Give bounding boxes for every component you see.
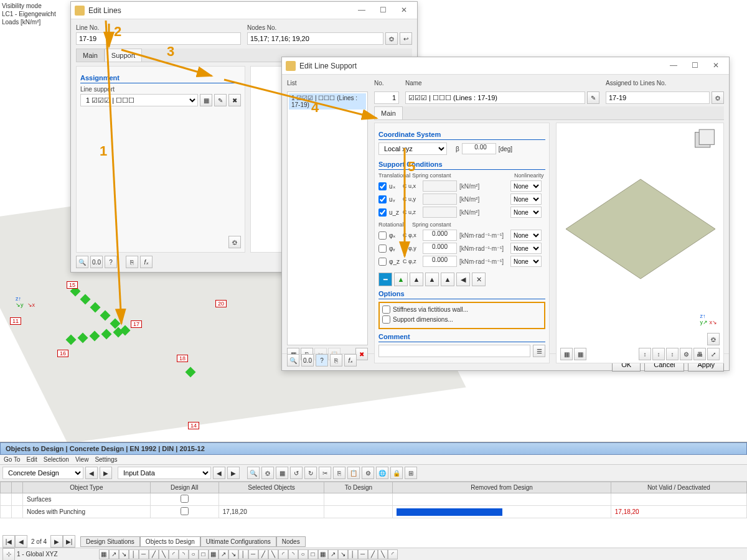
minimize-button[interactable]: — xyxy=(664,60,683,72)
spring-input[interactable]: 0.000 xyxy=(423,243,457,254)
tool-4[interactable]: ↺ xyxy=(290,467,303,479)
dof-check[interactable] xyxy=(378,182,387,190)
grid-tab[interactable]: Ultimate Configurations xyxy=(200,536,276,547)
tool-3[interactable]: ▦ xyxy=(276,467,288,479)
status-tool[interactable]: ─ xyxy=(139,549,149,559)
formula-icon[interactable]: fₓ xyxy=(344,354,357,366)
tool-7[interactable]: ⎘ xyxy=(333,467,345,479)
tab-support[interactable]: Support xyxy=(105,49,143,62)
status-tool[interactable]: ─ xyxy=(358,549,368,559)
status-tool[interactable]: ▦ xyxy=(318,549,328,559)
grid-tab[interactable]: Objects to Design xyxy=(140,536,200,547)
nav-next-icon[interactable]: ▶ xyxy=(100,467,112,479)
status-tool[interactable]: │ xyxy=(129,549,139,559)
dof-check[interactable] xyxy=(378,195,387,203)
status-tool[interactable]: ↗ xyxy=(218,549,228,559)
status-tool[interactable]: ↘ xyxy=(119,549,129,559)
pick-icon[interactable]: ⯐ xyxy=(712,91,724,104)
opt-fictitious-wall[interactable] xyxy=(382,306,390,314)
units-icon[interactable]: 0.0 xyxy=(301,354,314,366)
nonlinearity-select[interactable]: None xyxy=(510,230,542,241)
status-tool[interactable]: ╲ xyxy=(378,549,388,559)
status-tool[interactable]: ◝ xyxy=(288,549,298,559)
preset-6[interactable]: ◀ xyxy=(456,273,470,286)
view-btn-3[interactable]: ↕ xyxy=(639,348,651,360)
tool-1[interactable]: 🔍 xyxy=(247,467,260,479)
nav-next2-icon[interactable]: ▶ xyxy=(227,467,240,479)
delete-icon[interactable]: ✖ xyxy=(228,94,241,106)
tool-9[interactable]: ⚙ xyxy=(362,467,374,479)
tool-6[interactable]: ✂ xyxy=(319,467,331,479)
status-tool[interactable]: ↗ xyxy=(109,549,119,559)
status-tool[interactable]: ↗ xyxy=(328,549,338,559)
status-tool[interactable]: ◜ xyxy=(388,549,398,559)
status-tool[interactable]: ↘ xyxy=(228,549,238,559)
status-tool[interactable]: ╱ xyxy=(258,549,268,559)
status-tool[interactable]: │ xyxy=(348,549,358,559)
menu-go to[interactable]: Go To xyxy=(4,456,21,463)
comment-pick-icon[interactable]: ☰ xyxy=(533,345,545,357)
maximize-button[interactable]: ☐ xyxy=(374,4,392,17)
formula-icon[interactable]: fₓ xyxy=(140,256,153,268)
script-icon[interactable]: ⎘ xyxy=(126,256,138,268)
status-tool[interactable]: ╲ xyxy=(268,549,278,559)
coord-sys-icon[interactable]: ⊹ xyxy=(2,548,15,561)
nodes-no-input[interactable] xyxy=(247,32,383,45)
comment-input[interactable] xyxy=(378,345,530,357)
nav-prev-icon[interactable]: ◀ xyxy=(85,467,98,479)
close-button[interactable]: ✕ xyxy=(395,4,413,17)
status-tool[interactable]: ○ xyxy=(298,549,308,559)
spring-input[interactable]: 0.000 xyxy=(423,230,457,241)
delete-icon[interactable]: ✖ xyxy=(355,348,368,360)
status-tool[interactable]: ╱ xyxy=(368,549,378,559)
help-icon[interactable]: ? xyxy=(105,256,117,268)
nonlinearity-select[interactable]: None xyxy=(510,243,542,254)
status-tool[interactable]: ◜ xyxy=(169,549,179,559)
tool-2[interactable]: ⯐ xyxy=(261,467,274,479)
view-btn-8[interactable]: ⤢ xyxy=(707,348,720,360)
list-item[interactable]: 1 ☑☑☑ | ☐☐☐ (Lines : 17-19) xyxy=(289,93,366,110)
status-tool[interactable]: │ xyxy=(238,549,248,559)
status-tool[interactable]: ▦ xyxy=(209,549,218,559)
nav-prev2-icon[interactable]: ◀ xyxy=(213,467,225,479)
zoom-icon[interactable]: 🔍 xyxy=(287,354,299,366)
preset-free[interactable]: ✕ xyxy=(472,273,486,286)
view-btn-4[interactable]: ↕ xyxy=(652,348,665,360)
no-input[interactable] xyxy=(374,91,399,104)
preset-fixed[interactable]: ━ xyxy=(378,273,392,286)
name-input[interactable] xyxy=(405,91,585,104)
line-no-input[interactable] xyxy=(76,32,241,45)
preset-4[interactable]: ▲ xyxy=(425,273,439,286)
grid-tab[interactable]: Design Situations xyxy=(80,536,140,547)
nav-back[interactable]: ◀ xyxy=(15,535,27,548)
nonlinearity-select[interactable]: None xyxy=(510,207,542,218)
menu-view[interactable]: View xyxy=(75,456,89,463)
status-tool[interactable]: ▦ xyxy=(99,549,109,559)
status-tool[interactable]: ◜ xyxy=(278,549,288,559)
preset-5[interactable]: ▲ xyxy=(441,273,454,286)
tool-8[interactable]: 📋 xyxy=(347,467,360,479)
nav-first[interactable]: |◀ xyxy=(2,535,15,548)
status-tool[interactable]: ╲ xyxy=(159,549,169,559)
support-list[interactable]: 1 ☑☑☑ | ☐☐☐ (Lines : 17-19) xyxy=(287,91,368,345)
beta-input[interactable]: 0.00 xyxy=(462,143,496,154)
status-tool[interactable]: □ xyxy=(199,549,209,559)
dof-check[interactable] xyxy=(378,258,387,266)
edit-icon[interactable]: ✎ xyxy=(214,94,227,106)
minimize-button[interactable]: — xyxy=(352,4,371,17)
table-row[interactable]: Nodes with Punching17,18,2017,18,20 xyxy=(1,506,747,518)
pick-icon[interactable]: ⯐ xyxy=(385,32,398,45)
line-support-select[interactable]: 1 ☑☑☑ | ☐☐☐ xyxy=(80,94,198,106)
preview-btn[interactable]: ⯐ xyxy=(707,333,720,345)
edit-name-icon[interactable]: ✎ xyxy=(587,91,599,104)
pick-lines-icon[interactable]: ⯐ xyxy=(228,236,241,248)
undo-icon[interactable]: ↩ xyxy=(400,32,412,45)
status-tool[interactable]: ○ xyxy=(189,549,199,559)
nonlinearity-select[interactable]: None xyxy=(510,194,542,205)
dof-check[interactable] xyxy=(378,208,387,217)
view-cube[interactable] xyxy=(691,128,718,156)
tool-11[interactable]: 🔒 xyxy=(390,467,403,479)
units-icon[interactable]: 0.0 xyxy=(90,256,103,268)
menu-selection[interactable]: Selection xyxy=(44,456,69,463)
tool-12[interactable]: ⊞ xyxy=(405,467,417,479)
